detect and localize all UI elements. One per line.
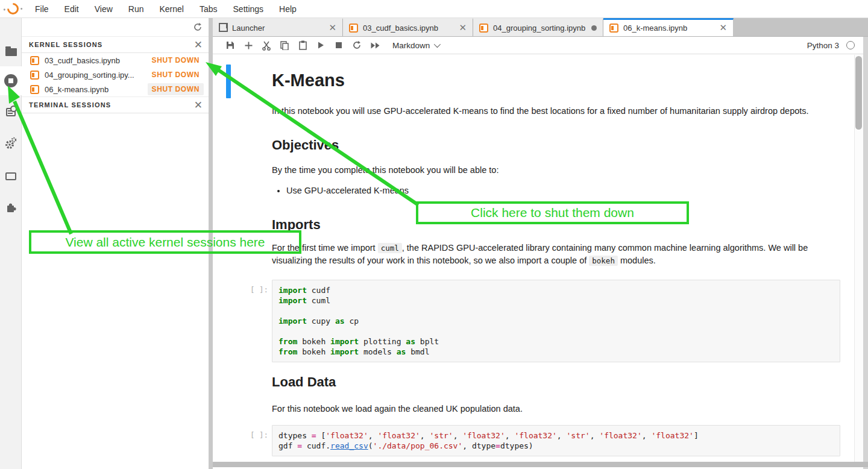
run-cell-button[interactable] (312, 37, 330, 53)
dock-tab-bar: Launcher✕03_cudf_basics.ipynb✕04_groupin… (213, 18, 868, 37)
tab-launcher[interactable]: Launcher✕ (213, 18, 343, 36)
shutdown-button[interactable]: SHUT DOWN (148, 69, 204, 81)
markdown-paragraph: By the time you complete this notebook y… (272, 164, 840, 177)
code-line: from bokeh import plotting as bplt (278, 336, 834, 347)
close-tab-icon[interactable]: ✕ (459, 24, 467, 33)
cell-prompt (244, 242, 272, 267)
cell-body: For the first time we import cuml, the R… (272, 242, 840, 267)
markdown-paragraph: For this notebook we load again the clea… (272, 403, 840, 415)
tab-03-cudf-basics-ipynb[interactable]: 03_cudf_basics.ipynb✕ (343, 18, 473, 36)
tab-04-grouping-sorting-ipynb[interactable]: 04_grouping_sorting.ipynb (473, 18, 603, 36)
kernel-session-name: 03_cudf_basics.ipynb (45, 56, 148, 65)
sidebar-item-settings[interactable] (0, 129, 22, 158)
cell-body: Objectives (272, 137, 840, 153)
stop-kernel-button[interactable] (330, 37, 348, 53)
cell-prompt (244, 137, 272, 153)
sidebar-item-file-browser[interactable] (0, 37, 22, 66)
markdown-heading: Objectives (272, 137, 840, 153)
active-cell-collapser[interactable] (226, 65, 231, 98)
panel-divider[interactable] (209, 18, 213, 469)
cell-type-value: Markdown (392, 41, 430, 50)
vertical-scrollbar-thumb[interactable] (855, 56, 862, 130)
cell-prompt (244, 164, 272, 177)
menu-item-kernel[interactable]: Kernel (151, 0, 191, 18)
close-all-terminals-icon[interactable]: ✕ (194, 100, 203, 110)
cell-prompt: [ ]: (244, 425, 272, 456)
restart-kernel-button[interactable] (348, 37, 366, 53)
kernel-session-row: 06_k-means.ipynbSHUT DOWN (22, 82, 209, 96)
tab-label: Launcher (232, 24, 324, 33)
shutdown-button[interactable]: SHUT DOWN (148, 83, 204, 95)
markdown-heading: K-Means (272, 70, 840, 90)
inline-code: cuml (378, 243, 402, 253)
kernel-sessions-header: KERNEL SESSIONS ✕ (22, 36, 209, 53)
close-all-kernels-icon[interactable]: ✕ (194, 40, 203, 50)
cell-body: Use GPU-accelerated K-means (272, 184, 840, 197)
code-line: dtypes = ['float32', 'float32', 'str', '… (278, 430, 834, 441)
code-line: import cupy as cp (278, 316, 834, 326)
kernel-sessions-title: KERNEL SESSIONS (29, 41, 194, 48)
code-line: from bokeh import models as bmdl (278, 347, 834, 357)
kernel-session-name: 06_k-means.ipynb (45, 85, 148, 94)
code-cell-editor[interactable]: import cudfimport cuml import cupy as cp… (272, 280, 840, 362)
kernel-session-name: 04_grouping_sorting.ipy... (45, 71, 148, 80)
sidebar-item-running-sessions[interactable] (0, 66, 22, 95)
restart-run-all-button[interactable] (366, 37, 384, 53)
running-sessions-icon (4, 74, 17, 87)
shutdown-button[interactable]: SHUT DOWN (148, 54, 204, 66)
notebook-icon (479, 24, 488, 33)
terminal-sessions-title: TERMINAL SESSIONS (29, 101, 194, 109)
menu-item-help[interactable]: Help (271, 0, 304, 18)
close-tab-icon[interactable]: ✕ (329, 24, 336, 33)
notebook-icon (609, 24, 618, 33)
copy-cells-button[interactable] (275, 37, 294, 53)
markdown-list: Use GPU-accelerated K-means (286, 184, 840, 197)
horizontal-scrollbar-thumb[interactable] (213, 462, 868, 467)
close-tab-icon[interactable]: ✕ (719, 24, 727, 33)
cell-prompt (244, 403, 272, 415)
cell-body: K-Means (272, 70, 840, 90)
menu-item-tabs[interactable]: Tabs (192, 0, 225, 18)
sidebar-item-property-inspector[interactable] (0, 98, 22, 127)
code-cell-row: [ ]:import cudfimport cuml import cupy a… (244, 280, 840, 362)
panel-toolbar (22, 18, 209, 36)
tab-06-k-means-ipynb[interactable]: 06_k-means.ipynb✕ (603, 18, 734, 36)
running-sessions-panel: KERNEL SESSIONS ✕ 03_cudf_basics.ipynbSH… (22, 18, 209, 469)
unsaved-dot-icon (591, 25, 597, 31)
save-button[interactable] (221, 37, 239, 53)
kernel-name: Python 3 (807, 41, 839, 50)
markdown-cell-row: By the time you complete this notebook y… (244, 164, 840, 177)
kernel-session-row: 03_cudf_basics.ipynbSHUT DOWN (22, 53, 209, 68)
menu-item-run[interactable]: Run (121, 0, 152, 18)
paste-cells-button[interactable] (294, 37, 312, 53)
menu-item-file[interactable]: File (27, 0, 57, 18)
cut-cells-button[interactable] (257, 37, 275, 53)
dock-right-edge (863, 37, 868, 469)
menu-item-view[interactable]: View (87, 0, 121, 18)
kernel-session-row: 04_grouping_sorting.ipy...SHUT DOWN (22, 68, 209, 82)
window-icon (5, 172, 16, 180)
cell-body: In this notebook you will use GPU-accele… (272, 105, 840, 118)
cell-type-dropdown[interactable]: Markdown (392, 41, 439, 50)
folder-icon (5, 48, 17, 56)
cell-body: dtypes = ['float32', 'float32', 'str', '… (272, 425, 840, 456)
sidebar-item-extension-manager[interactable] (0, 193, 22, 222)
terminal-sessions-header: TERMINAL SESSIONS ✕ (22, 96, 209, 113)
markdown-cell-row: For the first time we import cuml, the R… (244, 242, 840, 267)
markdown-paragraph: For the first time we import cuml, the R… (272, 242, 840, 267)
markdown-cell-row: For this notebook we load again the clea… (244, 403, 840, 415)
inspector-icon (6, 108, 16, 116)
sidebar-icon-strip (0, 18, 22, 469)
refresh-icon[interactable] (193, 22, 203, 32)
sidebar-item-open-tabs[interactable] (0, 162, 22, 190)
notebook-toolbar: Markdown Python 3 (213, 37, 863, 54)
code-line: import cuml (278, 295, 834, 306)
add-cell-button[interactable] (239, 37, 257, 53)
notebook-icon (30, 71, 39, 80)
code-line (278, 326, 834, 336)
menu-item-settings[interactable]: Settings (225, 0, 272, 18)
cell-body: import cudfimport cuml import cupy as cp… (272, 280, 840, 362)
code-cell-editor[interactable]: dtypes = ['float32', 'float32', 'str', '… (272, 425, 840, 456)
menu-item-edit[interactable]: Edit (57, 0, 87, 18)
kernel-indicator[interactable]: Python 3 (807, 41, 855, 50)
